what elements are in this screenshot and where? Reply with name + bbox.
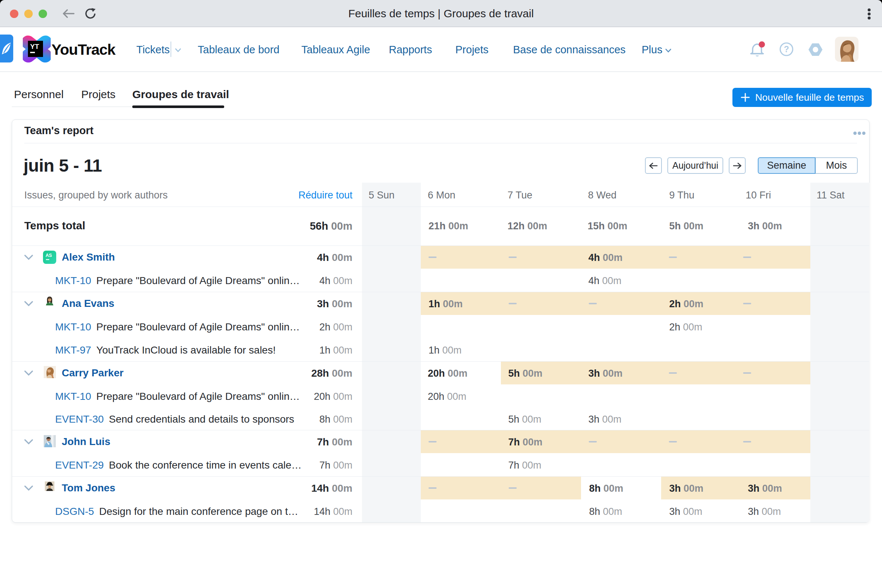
svg-text:YT: YT [30, 43, 39, 50]
svg-text:?: ? [784, 45, 789, 54]
